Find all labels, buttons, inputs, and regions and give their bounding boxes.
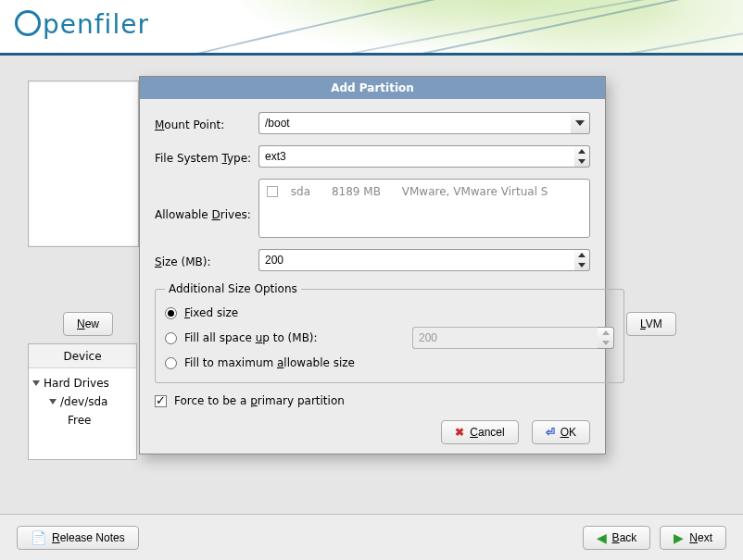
release-notes-button[interactable]: 📄 Release Notes	[17, 526, 139, 550]
mount-point-dropdown[interactable]	[571, 112, 590, 134]
drive-size: 8189 MB	[332, 185, 381, 198]
allowable-drives-list[interactable]: sda 8189 MB VMware, VMware Virtual S	[258, 179, 590, 238]
new-button[interactable]: New	[63, 312, 113, 336]
allowable-drives-label: Allowable Drives:	[155, 179, 258, 238]
dialog-title: Add Partition	[140, 77, 605, 99]
fill-up-to-input	[412, 327, 598, 349]
chevron-down-icon	[49, 399, 57, 404]
wizard-bottom-bar: 📄 Release Notes ◀ Back ▶ Next	[0, 514, 743, 560]
radio-fixed-size[interactable]: Fixed size	[165, 303, 614, 323]
size-stepper[interactable]	[574, 249, 590, 271]
size-label: Size (MB):	[155, 252, 258, 268]
next-button[interactable]: ▶ Next	[660, 526, 726, 550]
app-header: penfiler	[0, 0, 743, 56]
add-partition-dialog: Add Partition Mount Point: File System T…	[139, 76, 606, 454]
chevron-down-icon	[575, 120, 585, 126]
logo: penfiler	[15, 9, 149, 40]
additional-size-legend: Additional Size Options	[165, 282, 301, 295]
drive-desc: VMware, VMware Virtual S	[402, 185, 548, 198]
size-input[interactable]	[258, 249, 574, 271]
chevron-down-icon	[578, 159, 586, 164]
fs-type-stepper[interactable]	[574, 145, 590, 168]
ok-button[interactable]: ⏎ OK	[532, 420, 590, 444]
drive-name: sda	[291, 185, 310, 198]
additional-size-options: Additional Size Options Fixed size Fill …	[155, 282, 624, 383]
ok-icon: ⏎	[546, 426, 555, 439]
mount-point-label: Mount Point:	[155, 115, 258, 131]
device-tree: Device Hard Drives /dev/sda Free	[28, 343, 137, 460]
tree-label: /dev/sda	[60, 395, 107, 408]
radio-icon	[165, 332, 177, 344]
tree-row-hard-drives[interactable]: Hard Drives	[32, 374, 131, 392]
chevron-down-icon	[578, 263, 586, 268]
back-button[interactable]: ◀ Back	[583, 526, 651, 550]
force-primary-checkbox[interactable]	[155, 395, 167, 407]
cancel-icon: ✖	[455, 426, 464, 439]
chevron-up-icon	[578, 149, 586, 154]
fill-up-to-stepper	[598, 327, 614, 349]
fs-type-label: File System Type:	[155, 148, 258, 165]
tree-label: Free	[68, 414, 91, 427]
arrow-left-icon: ◀	[597, 531, 607, 544]
drive-checkbox[interactable]	[267, 186, 278, 197]
tree-row-dev-sda[interactable]: /dev/sda	[32, 392, 131, 411]
tree-row-free[interactable]: Free	[32, 411, 131, 429]
chevron-up-icon	[602, 330, 610, 335]
force-primary-row[interactable]: Force to be a primary partition	[155, 391, 590, 417]
radio-icon	[165, 307, 177, 319]
device-tree-header: Device	[29, 344, 136, 368]
partition-canvas	[28, 81, 139, 247]
radio-icon	[165, 357, 177, 369]
chevron-up-icon	[578, 253, 586, 257]
notes-icon: 📄	[31, 531, 46, 544]
arrow-right-icon: ▶	[674, 531, 684, 544]
tree-label: Hard Drives	[44, 377, 109, 390]
chevron-down-icon	[602, 341, 610, 345]
chevron-down-icon	[32, 380, 40, 386]
lvm-button[interactable]: LVM	[626, 312, 676, 336]
mount-point-input[interactable]	[258, 112, 571, 134]
cancel-button[interactable]: ✖ Cancel	[441, 420, 518, 444]
fs-type-input[interactable]	[258, 145, 574, 168]
radio-fill-up-to[interactable]: Fill all space up to (MB):	[165, 323, 614, 353]
radio-fill-max[interactable]: Fill to maximum allowable size	[165, 353, 614, 373]
